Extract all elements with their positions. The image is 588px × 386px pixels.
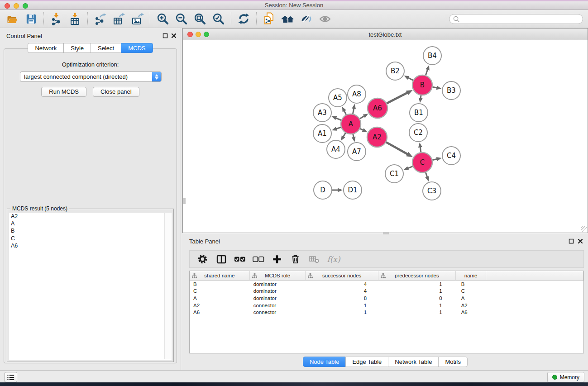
import-network-button[interactable] — [47, 11, 66, 27]
edge-A-A5[interactable] — [342, 107, 346, 115]
tab-network[interactable]: Network — [28, 43, 64, 53]
node-A7[interactable]: A7 — [348, 143, 366, 161]
mcds-result-item[interactable]: A — [9, 220, 172, 227]
close-panel-button[interactable]: Close panel — [93, 87, 139, 97]
network-window-titlebar[interactable]: testGlobe.txt — [183, 29, 588, 40]
search-input[interactable] — [460, 15, 583, 23]
close-panel-icon[interactable] — [171, 33, 177, 38]
edge-B-B1[interactable] — [419, 95, 423, 103]
export-network-button[interactable] — [91, 11, 110, 27]
column-header-successor-nodes[interactable]: successor nodes — [306, 271, 378, 280]
table-row[interactable]: A2connector11A2 — [190, 302, 583, 309]
mcds-result-list[interactable]: A2ABCA6 — [9, 213, 172, 360]
delete-table-button[interactable] — [306, 252, 322, 267]
result-scrollbar[interactable] — [164, 213, 171, 359]
node-A4[interactable]: A4 — [327, 140, 345, 158]
node-B3[interactable]: B3 — [442, 81, 460, 100]
node-A6[interactable]: A6 — [368, 98, 387, 118]
node-A2[interactable]: A2 — [367, 127, 387, 147]
hide-graphics-details-button[interactable] — [297, 11, 316, 27]
show-columns-button[interactable] — [213, 252, 229, 267]
select-all-button[interactable] — [231, 252, 248, 267]
node-B[interactable]: B — [412, 75, 432, 95]
mcds-result-item[interactable]: A6 — [9, 242, 172, 249]
column-header-shared-name[interactable]: shared name — [190, 271, 250, 280]
edge-A6-B[interactable] — [387, 90, 412, 103]
edge-A2-C[interactable] — [386, 142, 413, 157]
function-builder-button[interactable]: f(x) — [324, 252, 341, 267]
close-table-panel-icon[interactable] — [577, 238, 583, 244]
edge-B-B4[interactable] — [425, 65, 430, 75]
task-history-button[interactable] — [5, 372, 17, 382]
edge-C-C4[interactable] — [432, 157, 441, 161]
resize-grip[interactable] — [581, 226, 587, 232]
node-C2[interactable]: C2 — [409, 124, 427, 142]
node-C3[interactable]: C3 — [423, 182, 441, 200]
mcds-result-item[interactable]: A2 — [9, 213, 172, 220]
edge-B-B3[interactable] — [433, 86, 442, 90]
export-table-button[interactable] — [110, 11, 128, 27]
import-table-button[interactable] — [66, 11, 84, 27]
network-canvas[interactable]: B4B2BB3A5A8A6A3B1AA1C2A2A4A7C4CC1C3DD1 — [183, 40, 588, 233]
mcds-result-item[interactable]: C — [9, 235, 172, 242]
float-table-panel-icon[interactable] — [568, 238, 574, 244]
tab-node-table[interactable]: Node Table — [303, 357, 346, 367]
node-C4[interactable]: C4 — [442, 147, 460, 165]
edge-A-A2[interactable] — [360, 128, 368, 132]
vertical-scrollbar-thumb[interactable] — [183, 198, 186, 204]
edge-B-B2[interactable] — [404, 76, 413, 80]
criterion-select[interactable]: largest connected component (directed) — [20, 71, 162, 82]
zoom-in-button[interactable] — [153, 11, 172, 27]
edge-A-A7[interactable] — [352, 134, 356, 142]
node-D1[interactable]: D1 — [344, 181, 362, 199]
edge-C-C1[interactable] — [403, 166, 412, 170]
node-C[interactable]: C — [412, 152, 432, 172]
edge-C-C2[interactable] — [418, 143, 422, 152]
delete-column-button[interactable] — [287, 252, 304, 267]
node-B2[interactable]: B2 — [386, 62, 404, 80]
table-row[interactable]: Cdominator41C — [190, 288, 583, 295]
edge-A-A8[interactable] — [352, 104, 356, 114]
edge-C-C3[interactable] — [425, 172, 429, 181]
zoom-selected-button[interactable] — [209, 11, 228, 27]
deselect-all-button[interactable] — [250, 252, 267, 267]
node-A3[interactable]: A3 — [313, 104, 331, 122]
node-A8[interactable]: A8 — [348, 85, 366, 103]
open-session-button[interactable] — [3, 11, 22, 27]
export-image-button[interactable] — [128, 11, 147, 27]
node-B4[interactable]: B4 — [423, 47, 441, 65]
home-button[interactable] — [278, 11, 297, 27]
column-header-predecessor-nodes[interactable]: predecessor nodes — [378, 271, 456, 280]
tab-mcds[interactable]: MCDS — [121, 43, 153, 53]
table-row[interactable]: A6connector11A6 — [190, 309, 583, 316]
tab-motifs[interactable]: Motifs — [438, 357, 468, 367]
save-session-button[interactable] — [22, 11, 40, 27]
zoom-fit-button[interactable] — [191, 11, 209, 27]
add-column-button[interactable] — [268, 252, 285, 267]
search-box[interactable] — [449, 14, 583, 24]
edge-A-A3[interactable] — [331, 116, 341, 120]
show-graphics-details-button[interactable] — [316, 11, 334, 27]
float-panel-icon[interactable] — [162, 33, 168, 38]
edge-A-A4[interactable] — [341, 133, 345, 141]
node-C1[interactable]: C1 — [385, 165, 403, 183]
node-table[interactable]: shared nameMCDS rolesuccessor nodesprede… — [189, 271, 584, 353]
edge-A-A1[interactable] — [332, 127, 341, 131]
edge-D-D1[interactable] — [332, 188, 343, 192]
node-A5[interactable]: A5 — [329, 89, 347, 107]
node-A[interactable]: A — [341, 114, 361, 134]
tab-style[interactable]: Style — [63, 43, 91, 53]
table-row[interactable]: Bdominator41B — [190, 281, 583, 288]
memory-button[interactable]: Memory — [547, 372, 584, 382]
horizontal-scrollbar-thumb[interactable] — [383, 232, 389, 234]
tab-network-table[interactable]: Network Table — [388, 357, 439, 367]
run-mcds-button[interactable]: Run MCDS — [41, 87, 86, 97]
mcds-result-item[interactable]: B — [9, 227, 172, 234]
column-header-name[interactable]: name — [456, 271, 487, 280]
edge-A-A6[interactable] — [360, 114, 368, 119]
tab-edge-table[interactable]: Edge Table — [345, 357, 388, 367]
network-graph[interactable]: B4B2BB3A5A8A6A3B1AA1C2A2A4A7C4CC1C3DD1 — [183, 40, 588, 233]
node-B1[interactable]: B1 — [410, 104, 428, 122]
node-A1[interactable]: A1 — [313, 124, 331, 143]
table-row[interactable]: Adominator80A — [190, 295, 583, 302]
